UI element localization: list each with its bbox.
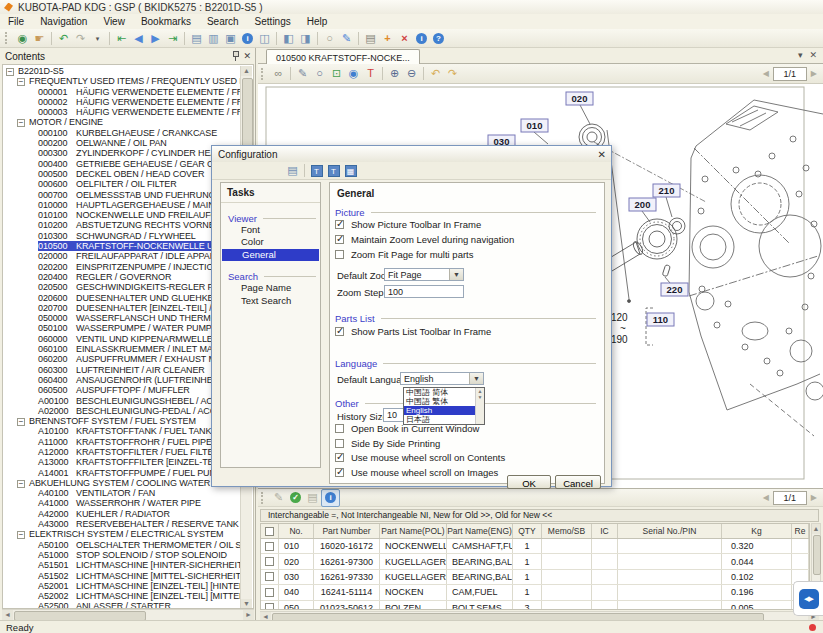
edit-parts-icon[interactable]: ✎ bbox=[270, 490, 287, 506]
undo-icon[interactable]: ↶ bbox=[55, 30, 72, 46]
checkbox[interactable] bbox=[335, 468, 344, 477]
zoom-in-icon[interactable]: ⊕ bbox=[386, 66, 403, 82]
parts-page-indicator[interactable]: 1/1 bbox=[773, 491, 807, 505]
default-language-combobox[interactable]: English▼ bbox=[400, 372, 484, 385]
tree-item-010000[interactable]: 010000HAUPTLAGERGEHAEUSE / MAIN BEARING bbox=[4, 200, 241, 210]
column-header[interactable]: Serial No./PIN bbox=[618, 524, 722, 538]
info-frame-icon[interactable]: i bbox=[239, 30, 256, 46]
callout-200[interactable]: 200 bbox=[629, 198, 656, 211]
tree-item-A43000[interactable]: A43000RESERVEBEHALTER / RESERVE TANK bbox=[4, 519, 241, 529]
tree-item-000200[interactable]: 000200OELWANNE / OIL PAN bbox=[4, 138, 241, 148]
row-checkbox[interactable] bbox=[265, 557, 274, 566]
tree-item-010300[interactable]: 010300SCHWUNGRAD / FLYWHEEL bbox=[4, 231, 241, 241]
task-item-color[interactable]: Color bbox=[221, 236, 320, 248]
cancel-button[interactable]: Cancel bbox=[555, 475, 601, 489]
close-panel-icon[interactable]: ✕ bbox=[243, 51, 251, 61]
row-checkbox[interactable] bbox=[265, 542, 274, 551]
table-row[interactable]: 01016020-16172NOCKENWELLECAMSHAFT,FUEL10… bbox=[261, 539, 809, 554]
tree-item-000500[interactable]: 000500DECKEL OBEN / HEAD COVER bbox=[4, 169, 241, 179]
tree-item-A52002[interactable]: A52002LICHTMASCHINE [EINZEL-TEIL] [MITTE… bbox=[4, 591, 241, 601]
web-home-icon[interactable]: ◉ bbox=[14, 30, 31, 46]
tree-item-A51000[interactable]: A51000STOP SOLENOID / STOP SOLENOID bbox=[4, 550, 241, 560]
tree-item-020400[interactable]: 020400REGLER / GOVERNOR bbox=[4, 272, 241, 282]
layout-parts-icon[interactable]: ▥ bbox=[205, 30, 222, 46]
tree-item-060200[interactable]: 060200AUSPUFFRUMMER / EXHAUST MANIFOLD bbox=[4, 354, 241, 364]
task-item-general[interactable]: General bbox=[222, 249, 319, 261]
zoom-step-input[interactable]: 100 bbox=[384, 285, 464, 298]
fit-page-icon[interactable]: ⊡ bbox=[328, 66, 345, 82]
prev-page-icon[interactable]: ◀ bbox=[130, 30, 147, 46]
pointer-tools-icon[interactable]: ✎ bbox=[338, 30, 355, 46]
tree-item-A42000[interactable]: A42000KUEHLER / RADIATOR bbox=[4, 509, 241, 519]
language-option[interactable]: 中国語 繁体 bbox=[404, 397, 484, 406]
tree-item-000700[interactable]: 000700OELMESSSTAB UND FUEHRUNG / DIPSTIC… bbox=[4, 190, 241, 200]
tree-item-A13000[interactable]: A13000KRAFTSTOFFFILTER [EINZEL-TEIL] / F… bbox=[4, 457, 241, 467]
page-next-icon[interactable]: ▶ bbox=[811, 69, 817, 78]
cut-icon[interactable]: × bbox=[396, 30, 413, 46]
table-row[interactable]: 05001023-50612BOLZENBOLT,SEMS30.005 bbox=[261, 601, 809, 610]
tree-item-000400[interactable]: 000400GETRIEBE GEHAEUSE / GEAR CASE bbox=[4, 159, 241, 169]
tree-item-050000[interactable]: 050000WASSERFLANSCH UND THERMOSTAT / W bbox=[4, 313, 241, 323]
window-cascade-icon[interactable]: ◨ bbox=[297, 30, 314, 46]
default-zoom-combobox[interactable]: Fit Page▼ bbox=[384, 268, 464, 281]
tree-item[interactable]: −FREQUENTLY USED ITEMS / FREQUENTLY USED… bbox=[4, 76, 241, 86]
search-binoculars-icon[interactable]: ∞ bbox=[270, 66, 287, 82]
callout-020[interactable]: 020 bbox=[566, 92, 593, 105]
tree-item[interactable]: −B2201D-S5 bbox=[4, 66, 241, 76]
next-page-icon[interactable]: ▶ bbox=[147, 30, 164, 46]
menu-view[interactable]: View bbox=[95, 16, 133, 27]
page-prev-icon[interactable]: ◀ bbox=[763, 69, 769, 78]
row-checkbox[interactable] bbox=[265, 588, 274, 597]
checkbox[interactable] bbox=[335, 220, 344, 229]
table-row[interactable]: 04016241-51114NOCKENCAM,FUEL10.196 bbox=[261, 585, 809, 600]
tab-list-dropdown-icon[interactable]: ▾ bbox=[798, 50, 803, 60]
tree-item-060000[interactable]: 060000VENTIL UND KIPPENARMWELLE / VALVE bbox=[4, 334, 241, 344]
callout-110[interactable]: 110 bbox=[647, 313, 674, 326]
hand-pan-icon[interactable]: ☛ bbox=[31, 30, 48, 46]
column-header[interactable]: Memo/SB bbox=[542, 524, 592, 538]
tree-item-050100[interactable]: 050100WASSERPUMPE / WATER PUMP bbox=[4, 323, 241, 333]
menu-settings[interactable]: Settings bbox=[247, 16, 299, 27]
task-item-text-search[interactable]: Text Search bbox=[221, 295, 320, 307]
tree-item-060300[interactable]: 060300LUFTREINHEIT / AIR CLEANER bbox=[4, 365, 241, 375]
tree-item-A14001[interactable]: A14001KRAFTSTOFFPUMPE / FUEL PUMP bbox=[4, 468, 241, 478]
remote-access-flap[interactable]: ◀▶ bbox=[793, 581, 823, 616]
menu-help[interactable]: Help bbox=[299, 16, 336, 27]
language-option[interactable]: 中国語 简体 bbox=[404, 388, 484, 397]
picture-page-indicator[interactable]: 1/1 bbox=[773, 67, 807, 81]
tree-item-000002[interactable]: 000002HÄUFIG VERWENDETE ELEMENTE / FREQU… bbox=[4, 97, 241, 107]
window-new-icon[interactable]: ◧ bbox=[280, 30, 297, 46]
apply-check-icon[interactable]: ✓ bbox=[287, 490, 304, 506]
tree-item-000001[interactable]: 000001HÄUFIG VERWENDETE ELEMENTE / FREQU… bbox=[4, 87, 241, 97]
picture-toolbar-grip[interactable] bbox=[261, 68, 266, 80]
row-checkbox[interactable] bbox=[265, 572, 274, 581]
tree-item-000300[interactable]: 000300ZYLINDERKOPF / CYLINDER HEAD bbox=[4, 148, 241, 158]
callout-010[interactable]: 010 bbox=[521, 119, 548, 132]
menu-navigation[interactable]: Navigation bbox=[32, 16, 95, 27]
checkbox-row[interactable]: Maintain Zoom Level during navigation bbox=[335, 232, 598, 247]
export-icon[interactable]: + bbox=[379, 30, 396, 46]
task-item-font[interactable]: Font bbox=[221, 224, 320, 236]
parts-toolbar-grip[interactable] bbox=[261, 492, 266, 504]
rotate-left-icon[interactable]: ↶ bbox=[427, 66, 444, 82]
zoom-out-icon[interactable]: ⊖ bbox=[403, 66, 420, 82]
column-header[interactable]: No. bbox=[279, 524, 314, 538]
task-item-page-name[interactable]: Page Name bbox=[221, 282, 320, 294]
select-pen-icon[interactable]: ✎ bbox=[294, 66, 311, 82]
column-header[interactable] bbox=[261, 524, 279, 538]
checkbox-row[interactable]: Zoom Fit Page for multi parts bbox=[335, 247, 598, 262]
tree-item[interactable]: −ELEKTRISCH SYSTEM / ELECTRICAL SYSTEM bbox=[4, 529, 241, 539]
redo-dropdown-icon[interactable]: ▾ bbox=[89, 30, 106, 46]
teamviewer-icon[interactable]: ◀▶ bbox=[799, 589, 819, 609]
dialog-title-bar[interactable]: Configuration ✕ bbox=[212, 146, 611, 162]
tree-item-000600[interactable]: 000600OELFILTER / OIL FILTER bbox=[4, 179, 241, 189]
tree-item-010200[interactable]: 010200ABSTUETZUNG RECHTS VORNE / PISTON bbox=[4, 220, 241, 230]
checkbox-row[interactable]: Show Picture Toolbar In Frame bbox=[335, 217, 598, 232]
tree-item-A11000[interactable]: A11000KRAFTSTOFFROHR / FUEL PIPE bbox=[4, 437, 241, 447]
select-all-checkbox[interactable] bbox=[265, 527, 274, 536]
font2-tool-icon[interactable]: T bbox=[325, 163, 342, 179]
print-icon[interactable]: ▤ bbox=[362, 30, 379, 46]
column-header[interactable]: Part Name(ENG) bbox=[447, 524, 513, 538]
checkbox-row[interactable]: Side By Side Printing bbox=[335, 436, 598, 451]
menu-search[interactable]: Search bbox=[199, 16, 247, 27]
